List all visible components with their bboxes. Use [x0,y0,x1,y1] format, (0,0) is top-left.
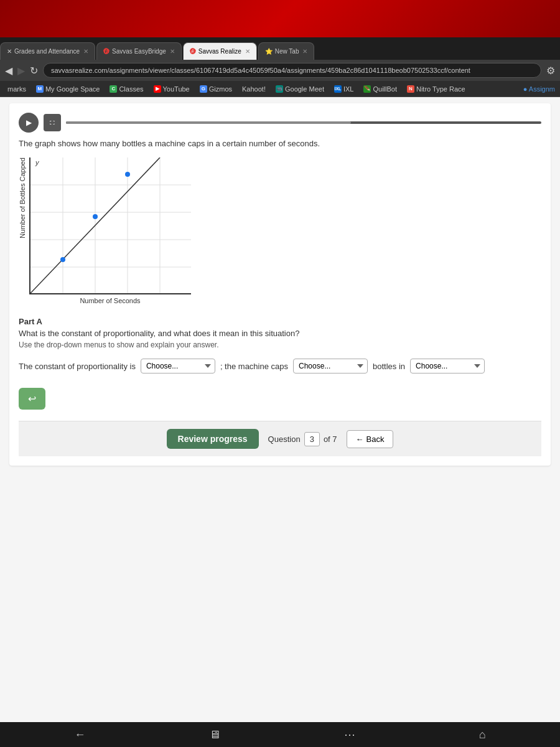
bookmark-kahoot-label: Kahoot! [242,85,266,93]
bottom-nav: Review progress Question 3 of 7 ← Back [19,421,541,456]
content-area: ▶ ⛶ The graph shows how many bottles a m… [0,97,560,747]
bookmark-google-space-label: My Google Space [45,85,100,93]
svg-point-20 [60,257,65,262]
bookmark-meet-label: Google Meet [285,85,324,93]
tab-label-easybridge: Savvas EasyBridge [112,48,166,55]
bookmark-youtube-icon: ▶ [154,85,161,93]
bookmark-marks-label: marks [7,85,26,93]
back-label: Back [366,435,385,444]
bookmark-nitro-label: Nitro Type Race [416,85,465,93]
taskbar: ← 🖥 ⋯ ⌂ [0,722,560,747]
undo-area: ↩ [19,383,45,415]
assignment-banner: ● Assignm [523,85,555,93]
bookmark-ixl[interactable]: IXL IXL [332,84,357,94]
bookmark-quillbot-label: QuillBot [373,85,397,93]
graph-svg: 0 200 400 600 800 y 15 30 45 60 x [30,157,191,294]
bookmark-gizmos-icon: G [200,85,207,93]
bookmark-classes-icon: C [110,85,117,93]
forward-nav-icon[interactable]: ▶ [17,65,25,77]
tab-icon-newtab: ⭐ [265,48,273,55]
taskbar-home[interactable]: ⌂ [479,728,486,741]
bookmark-ixl-label: IXL [343,85,354,93]
tab-close-easybridge[interactable]: ✕ [170,48,175,55]
reload-icon[interactable]: ↻ [30,65,38,77]
bookmark-quillbot[interactable]: 🪶 QuillBot [361,84,399,94]
bookmark-kahoot[interactable]: Kahoot! [240,84,268,94]
tab-newtab[interactable]: ⭐ New Tab ✕ [258,42,315,60]
part-a-instruction: Use the drop-down menus to show and expl… [19,341,541,349]
bookmark-gizmos[interactable]: G Gizmos [197,84,235,94]
browser-chrome: ✕ Grades and Attendance ✕ 🅐 Savvas EasyB… [0,37,560,97]
tab-close-newtab[interactable]: ✕ [302,48,307,55]
bookmark-quillbot-icon: 🪶 [363,85,371,93]
graph-container: Number of Bottles Capped [19,157,541,304]
bookmark-ixl-icon: IXL [334,85,342,93]
dropdown-proportionality[interactable]: Choose... 1/15 15 30 45 [141,359,215,374]
tab-label-grades: Grades and Attendance [14,48,80,55]
question-indicator: Question 3 of 7 [268,432,337,446]
part-a-section: Part A What is the constant of proportio… [19,317,541,349]
tab-label-newtab: New Tab [275,48,299,55]
taskbar-screen[interactable]: 🖥 [209,728,220,741]
bookmarks-bar: marks M My Google Space C Classes ▶ YouT… [0,81,560,97]
part-a-question: What is the constant of proportionality,… [19,329,541,338]
dropdown-time[interactable]: Choose... 1 second 15 seconds 30 seconds… [410,359,485,374]
url-bar: ◀ ▶ ↻ ⚙ [0,60,560,81]
media-controls: ▶ ⛶ [19,113,541,133]
x-axis-label: Number of Seconds [80,297,140,304]
tab-close-realize[interactable]: ✕ [245,48,250,55]
tab-icon-realize: 🅐 [190,48,196,55]
back-button[interactable]: ← Back [347,430,394,448]
part-a-title: Part A [19,317,541,326]
sentence-start: The constant of proportionality is [19,362,136,371]
bookmark-youtube-label: YouTube [163,85,190,93]
bookmark-classes[interactable]: C Classes [107,84,146,94]
sentence-middle: ; the machine caps [220,362,288,371]
of-label: of 7 [324,435,337,444]
bookmark-youtube[interactable]: ▶ YouTube [151,84,192,94]
bookmark-gizmos-label: Gizmos [209,85,232,93]
extensions-icon[interactable]: ⚙ [546,65,555,77]
url-input[interactable] [43,63,541,78]
bookmark-google-space[interactable]: M My Google Space [34,84,102,94]
taskbar-back[interactable]: ← [74,728,85,741]
bookmark-nitro-icon: N [407,85,414,93]
svg-text:x: x [184,293,189,294]
bookmark-marks[interactable]: marks [5,84,29,94]
review-progress-label: Review progress [178,434,248,444]
undo-icon: ↩ [28,393,36,405]
undo-button-area[interactable]: ↩ [19,388,45,410]
tab-bar: ✕ Grades and Attendance ✕ 🅐 Savvas EasyB… [0,37,560,60]
play-button[interactable]: ▶ [19,113,39,133]
svg-point-22 [125,172,130,177]
taskbar-apps[interactable]: ⋯ [344,728,355,741]
svg-text:y: y [35,159,40,166]
sentence-end: bottles in [373,362,405,371]
back-nav-icon[interactable]: ◀ [5,65,12,77]
graph-wrapper: 0 200 400 600 800 y 15 30 45 60 x [29,157,191,304]
tab-close-grades[interactable]: ✕ [83,48,88,55]
review-progress-button[interactable]: Review progress [167,429,259,449]
dropdown-bottles[interactable]: Choose... 15 30 450 600 [293,359,368,374]
graph-description: The graph shows how many bottles a machi… [19,139,541,148]
answer-row: The constant of proportionality is Choos… [19,359,541,374]
tab-easybridge[interactable]: 🅐 Savvas EasyBridge ✕ [96,42,182,60]
tab-icon-grades: ✕ [7,48,12,55]
tab-grades[interactable]: ✕ Grades and Attendance ✕ [0,42,95,60]
svg-point-21 [93,214,98,219]
expand-button[interactable]: ⛶ [44,114,61,131]
question-number: 3 [304,432,320,446]
graph-area: 0 200 400 600 800 y 15 30 45 60 x [29,157,191,294]
bookmark-classes-label: Classes [119,85,143,93]
bookmark-google-meet[interactable]: 📹 Google Meet [273,84,327,94]
tab-icon-easybridge: 🅐 [103,48,110,55]
top-decorative-bar [0,0,560,37]
y-axis-label: Number of Bottles Capped [19,157,26,238]
question-label: Question [268,435,301,444]
tab-label-realize: Savvas Realize [198,48,241,55]
bookmark-nitro[interactable]: N Nitro Type Race [404,84,468,94]
bookmark-meet-icon: 📹 [276,85,283,93]
back-arrow-icon: ← [356,435,364,444]
tab-realize[interactable]: 🅐 Savvas Realize ✕ [183,42,257,60]
media-progress-bar [66,121,541,124]
